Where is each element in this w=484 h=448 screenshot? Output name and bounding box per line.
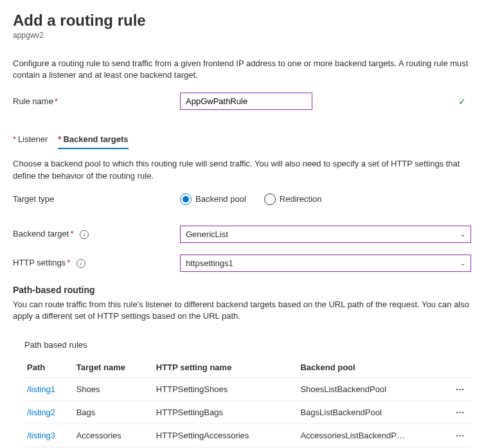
tab-listener[interactable]: *Listener [13,130,48,149]
check-icon: ✓ [458,96,466,107]
rule-name-input[interactable] [180,93,312,110]
col-http[interactable]: HTTP setting name [154,357,298,378]
path-link[interactable]: /listing1 [27,384,55,394]
info-icon[interactable]: i [80,230,89,239]
row-actions-button[interactable]: ··· [449,378,471,401]
intro-text: Configure a routing rule to send traffic… [13,58,471,81]
path-link[interactable]: /listing2 [27,408,55,417]
col-target[interactable]: Target name [74,357,154,378]
backend-desc: Choose a backend pool to which this rout… [13,158,471,181]
radio-backend-pool[interactable]: Backend pool [180,193,246,205]
row-actions-button[interactable]: ··· [449,424,471,447]
backend-target-select[interactable]: GenericList ⌄ [180,226,471,243]
page-subtitle: appgwv2 [13,31,471,40]
table-row: /listing2 Bags HTTPSettingBags BagsListB… [24,401,471,424]
path-link[interactable]: /listing3 [27,431,55,440]
chevron-down-icon: ⌄ [460,231,465,238]
path-rules-heading: Path based rules [24,340,471,350]
table-row: /listing3 Accessories HTTPSettingAccesso… [24,424,471,447]
chevron-down-icon: ⌄ [460,260,465,267]
path-rules-table: Path Target name HTTP setting name Backe… [24,357,471,447]
http-settings-select[interactable]: httpsettings1 ⌄ [180,255,471,272]
col-pool[interactable]: Backend pool [298,357,449,378]
page-title: Add a routing rule [13,12,471,30]
path-routing-heading: Path-based routing [13,285,471,295]
info-icon[interactable]: i [76,259,85,268]
rule-name-label: Rule name* [13,96,180,106]
target-type-label: Target type [13,194,180,204]
table-row: /listing1 Shoes HTTPSettingShoes ShoesLi… [24,378,471,401]
tab-backend-targets[interactable]: *Backend targets [58,130,128,149]
http-settings-label: HTTP settings* i [13,258,180,268]
path-routing-desc: You can route traffic from this rule's l… [13,299,471,322]
backend-target-label: Backend target* i [13,229,180,239]
col-path[interactable]: Path [24,357,74,378]
row-actions-button[interactable]: ··· [449,401,471,424]
radio-redirection[interactable]: Redirection [264,193,322,205]
